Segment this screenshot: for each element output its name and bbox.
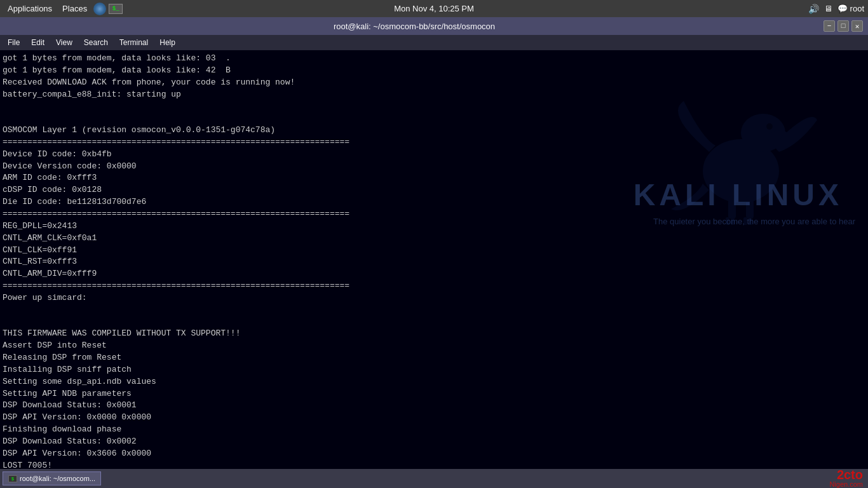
kali-linux-text: KALI LINUX bbox=[634, 177, 843, 212]
system-bar-datetime: Mon Nov 4, 10:25 PM bbox=[394, 4, 474, 13]
username-label: root bbox=[850, 4, 864, 13]
watermark-2cto: 2cto bbox=[837, 468, 863, 481]
menu-terminal[interactable]: Terminal bbox=[114, 37, 153, 48]
taskbar-terminal-icon: $ bbox=[8, 475, 17, 482]
user-area: 💬 root bbox=[837, 4, 864, 13]
minimize-button[interactable]: − bbox=[824, 20, 835, 32]
menu-view[interactable]: View bbox=[51, 37, 78, 48]
menu-search[interactable]: Search bbox=[79, 37, 113, 48]
system-bar: Applications Places $_ Mon Nov 4, 10:25 … bbox=[0, 0, 868, 17]
svg-point-3 bbox=[766, 123, 773, 130]
window-title: root@kali: ~/osmocom-bb/src/host/osmocon bbox=[5, 22, 824, 31]
watermark-subtext: Nigen.com bbox=[829, 481, 863, 488]
taskbar-terminal-item[interactable]: $ root@kali: ~/osmocom... bbox=[3, 471, 101, 485]
terminal-content[interactable]: KALI LINUX The quieter you become, the m… bbox=[0, 50, 868, 469]
title-bar: root@kali: ~/osmocom-bb/src/host/osmocon… bbox=[0, 17, 868, 35]
menu-help[interactable]: Help bbox=[154, 37, 180, 48]
chat-icon: 💬 bbox=[837, 4, 848, 13]
applications-menu[interactable]: Applications bbox=[4, 3, 56, 15]
system-bar-left: Applications Places $_ bbox=[4, 3, 123, 15]
terminal-icon[interactable]: $_ bbox=[109, 4, 123, 14]
maximize-button[interactable]: □ bbox=[837, 20, 849, 32]
menu-file[interactable]: File bbox=[3, 37, 25, 48]
menu-bar: File Edit View Search Terminal Help bbox=[0, 35, 868, 50]
close-button[interactable]: ✕ bbox=[851, 20, 863, 32]
taskbar-item-label: root@kali: ~/osmocom... bbox=[20, 475, 95, 482]
kali-logo-icon bbox=[93, 3, 106, 15]
kali-linux-tagline: The quieter you become, the more you are… bbox=[653, 217, 855, 226]
places-menu[interactable]: Places bbox=[58, 3, 91, 15]
network-icon: 🖥 bbox=[824, 4, 832, 13]
window-controls: − □ ✕ bbox=[824, 20, 863, 32]
menu-edit[interactable]: Edit bbox=[26, 37, 50, 48]
system-bar-right: 🔊 🖥 💬 root bbox=[808, 4, 864, 14]
taskbar: $ root@kali: ~/osmocom... 2cto Nigen.com bbox=[0, 469, 868, 488]
volume-icon: 🔊 bbox=[808, 4, 819, 14]
